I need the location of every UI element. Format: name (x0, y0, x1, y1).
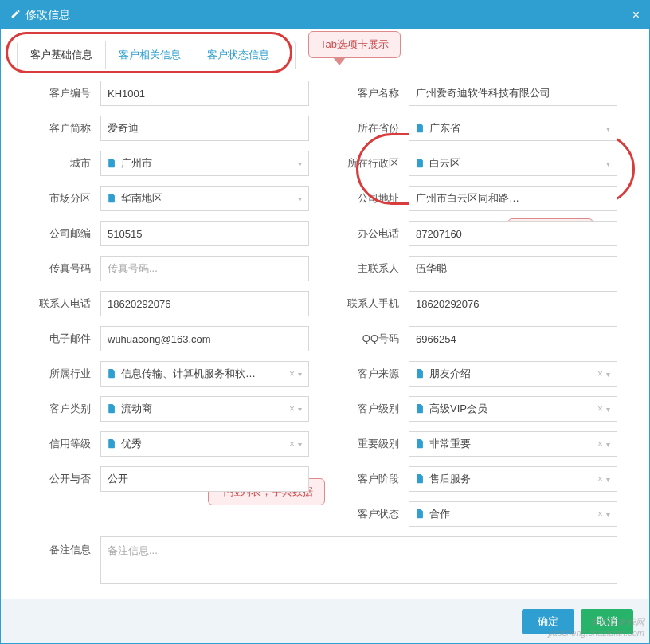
label-email: 电子邮件 (17, 332, 100, 346)
clear-icon[interactable]: × (597, 403, 603, 414)
chevron-down-icon[interactable]: ▾ (606, 159, 610, 168)
cancel-button[interactable]: 取消 (581, 609, 633, 634)
label-public: 公开与否 (17, 472, 100, 486)
chevron-down-icon[interactable]: ▾ (606, 440, 610, 449)
document-icon (108, 404, 116, 414)
chevron-down-icon[interactable]: ▾ (606, 475, 610, 484)
tabs: 客户基础信息 客户相关信息 客户状态信息 (17, 41, 296, 69)
document-icon (416, 474, 425, 484)
input-main-contact[interactable]: 伍华聪 (409, 256, 617, 281)
label-remark: 备注信息 (17, 536, 100, 584)
input-cust-id[interactable]: KH1001 (100, 80, 309, 106)
label-contact-phone: 联系人电话 (17, 296, 100, 311)
chevron-down-icon[interactable]: ▾ (298, 405, 302, 414)
select-province[interactable]: 广东省 ▾ (409, 116, 617, 141)
label-contact-mobile: 联系人手机 (325, 296, 409, 311)
input-cust-name[interactable]: 广州爱奇迪软件科技有限公司 (409, 80, 617, 106)
document-icon (416, 509, 425, 519)
document-icon (108, 369, 116, 379)
chevron-down-icon[interactable]: ▾ (298, 194, 302, 203)
document-icon (416, 404, 425, 414)
clear-icon[interactable]: × (597, 438, 603, 450)
label-source: 客户来源 (325, 367, 409, 381)
dialog: 修改信息 × 客户基础信息 客户相关信息 客户状态信息 Tab选项卡展示 数据关… (0, 0, 650, 644)
chevron-down-icon[interactable]: ▾ (606, 405, 610, 414)
label-status: 客户状态 (325, 507, 409, 521)
label-fax: 传真号码 (17, 261, 100, 276)
chevron-down-icon[interactable]: ▾ (606, 370, 610, 379)
ok-button[interactable]: 确定 (522, 609, 574, 634)
document-icon (416, 439, 425, 449)
document-icon (416, 124, 425, 133)
label-level: 客户级别 (325, 402, 409, 416)
label-city: 城市 (17, 156, 100, 171)
input-contact-phone[interactable]: 18620292076 (100, 291, 309, 316)
select-credit[interactable]: 优秀 × ▾ (100, 431, 309, 457)
label-stage: 客户阶段 (325, 472, 409, 486)
label-district: 所在行政区 (325, 156, 409, 171)
pencil-icon (10, 9, 21, 22)
chevron-down-icon[interactable]: ▾ (298, 370, 302, 379)
label-credit: 信用等级 (17, 437, 100, 451)
label-industry: 所属行业 (17, 367, 100, 381)
input-qq[interactable]: 6966254 (409, 326, 617, 351)
label-zipcode: 公司邮编 (17, 226, 100, 241)
input-address[interactable]: 广州市白云区同和路… (409, 186, 617, 211)
label-address: 公司地址 (325, 191, 409, 206)
annotation-tabs-bubble: Tab选项卡展示 (308, 31, 401, 58)
select-level[interactable]: 高级VIP会员 × ▾ (409, 396, 617, 422)
select-market-area[interactable]: 华南地区 ▾ (100, 186, 309, 211)
clear-icon[interactable]: × (289, 403, 295, 414)
label-type: 客户类别 (17, 402, 100, 416)
input-email[interactable]: wuhuacong@163.com (100, 326, 309, 351)
label-cust-name: 客户名称 (325, 86, 409, 100)
input-office-phone[interactable]: 87207160 (409, 221, 617, 246)
clear-icon[interactable]: × (597, 473, 603, 485)
label-main-contact: 主联系人 (325, 261, 409, 276)
select-industry[interactable]: 信息传输、计算机服务和软… × ▾ (100, 361, 309, 387)
document-icon (108, 439, 116, 449)
label-cust-id: 客户编号 (17, 86, 100, 100)
select-status[interactable]: 合作 × ▾ (409, 501, 617, 527)
close-icon[interactable]: × (632, 8, 640, 22)
input-public[interactable]: 公开 (100, 466, 309, 492)
label-office-phone: 办公电话 (325, 226, 409, 241)
document-icon (108, 159, 116, 168)
select-stage[interactable]: 售后服务 × ▾ (409, 466, 617, 492)
chevron-down-icon[interactable]: ▾ (606, 124, 610, 133)
clear-icon[interactable]: × (289, 368, 295, 379)
clear-icon[interactable]: × (597, 509, 603, 520)
chevron-down-icon[interactable]: ▾ (298, 159, 302, 168)
select-city[interactable]: 广州市 ▾ (100, 151, 309, 176)
select-source[interactable]: 朋友介绍 × ▾ (409, 361, 617, 387)
clear-icon[interactable]: × (597, 368, 603, 379)
tab-status-info[interactable]: 客户状态信息 (194, 41, 282, 69)
input-zipcode[interactable]: 510515 (100, 221, 309, 246)
label-importance: 重要级别 (325, 437, 409, 451)
dialog-title: 修改信息 (25, 8, 70, 22)
input-fax[interactable]: 传真号码... (100, 256, 309, 281)
tab-related-info[interactable]: 客户相关信息 (106, 41, 194, 69)
dialog-body: 客户基础信息 客户相关信息 客户状态信息 Tab选项卡展示 数据关联刷新 下拉列… (1, 29, 649, 599)
select-type[interactable]: 流动商 × ▾ (100, 396, 309, 422)
select-importance[interactable]: 非常重要 × ▾ (409, 431, 617, 457)
label-province: 所在省份 (325, 121, 409, 135)
chevron-down-icon[interactable]: ▾ (606, 510, 610, 519)
form: 客户编号 KH1001 客户名称 广州爱奇迪软件科技有限公司 客户简称 爱奇迪 … (17, 80, 633, 584)
document-icon (108, 194, 116, 203)
input-contact-mobile[interactable]: 18620292076 (409, 291, 617, 316)
dialog-header: 修改信息 × (1, 1, 649, 29)
label-short-name: 客户简称 (17, 121, 100, 135)
label-qq: QQ号码 (325, 332, 409, 346)
document-icon (416, 369, 425, 379)
chevron-down-icon[interactable]: ▾ (298, 440, 302, 449)
clear-icon[interactable]: × (289, 438, 295, 450)
select-district[interactable]: 白云区 ▾ (409, 151, 617, 176)
input-short-name[interactable]: 爱奇迪 (100, 116, 309, 141)
tab-basic-info[interactable]: 客户基础信息 (18, 41, 106, 69)
label-market-area: 市场分区 (17, 191, 100, 206)
dialog-footer: 确定 取消 (1, 599, 649, 643)
document-icon (416, 159, 425, 168)
textarea-remark[interactable]: 备注信息... (100, 536, 617, 584)
